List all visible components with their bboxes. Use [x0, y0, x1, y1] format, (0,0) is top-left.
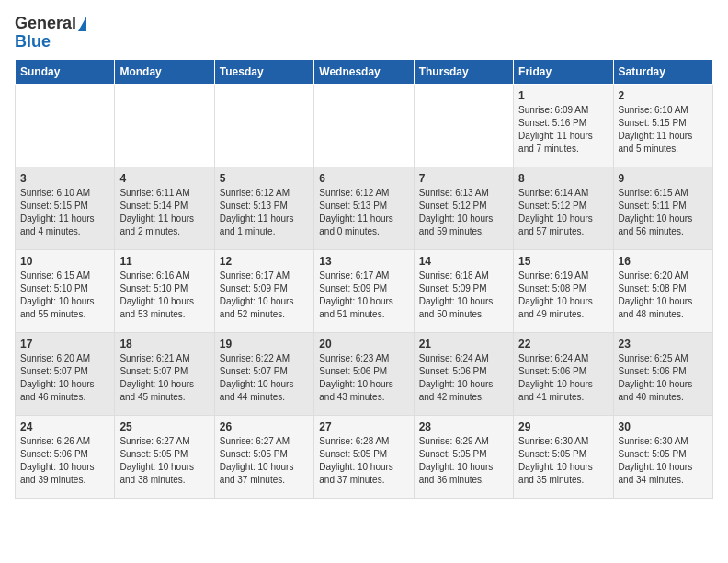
day-cell: 2Sunrise: 6:10 AMSunset: 5:15 PMDaylight… [613, 84, 712, 167]
logo: General Blue [15, 15, 87, 52]
day-cell [214, 84, 313, 167]
day-content: Sunrise: 6:10 AMSunset: 5:15 PMDaylight:… [20, 187, 109, 238]
day-content: Sunrise: 6:18 AMSunset: 5:09 PMDaylight:… [419, 270, 508, 321]
day-cell: 3Sunrise: 6:10 AMSunset: 5:15 PMDaylight… [16, 167, 115, 249]
day-content: Sunrise: 6:10 AMSunset: 5:15 PMDaylight:… [619, 104, 708, 155]
day-content: Sunrise: 6:26 AMSunset: 5:06 PMDaylight:… [20, 435, 109, 487]
day-content: Sunrise: 6:22 AMSunset: 5:07 PMDaylight:… [220, 352, 309, 404]
day-number: 26 [220, 420, 309, 433]
day-content: Sunrise: 6:30 AMSunset: 5:05 PMDaylight:… [518, 435, 608, 487]
day-content: Sunrise: 6:20 AMSunset: 5:08 PMDaylight:… [619, 270, 708, 321]
day-number: 14 [419, 255, 508, 268]
day-content: Sunrise: 6:16 AMSunset: 5:10 PMDaylight:… [119, 270, 209, 321]
day-content: Sunrise: 6:20 AMSunset: 5:07 PMDaylight:… [20, 352, 109, 404]
day-cell: 12Sunrise: 6:17 AMSunset: 5:09 PMDayligh… [214, 249, 313, 332]
day-cell: 15Sunrise: 6:19 AMSunset: 5:08 PMDayligh… [514, 249, 613, 332]
day-cell: 9Sunrise: 6:15 AMSunset: 5:11 PMDaylight… [613, 167, 712, 249]
day-number: 22 [518, 338, 608, 350]
day-content: Sunrise: 6:13 AMSunset: 5:12 PMDaylight:… [419, 187, 508, 238]
page-header: General Blue [15, 15, 713, 52]
header-day-friday: Friday [514, 59, 613, 84]
day-cell [314, 84, 414, 167]
day-number: 29 [518, 420, 608, 433]
day-content: Sunrise: 6:15 AMSunset: 5:10 PMDaylight:… [20, 270, 109, 321]
logo-blue-text: Blue [15, 32, 51, 51]
day-cell: 7Sunrise: 6:13 AMSunset: 5:12 PMDaylight… [414, 167, 513, 249]
day-cell: 30Sunrise: 6:30 AMSunset: 5:05 PMDayligh… [613, 415, 712, 498]
day-content: Sunrise: 6:24 AMSunset: 5:06 PMDaylight:… [419, 352, 508, 404]
week-row-5: 24Sunrise: 6:26 AMSunset: 5:06 PMDayligh… [16, 415, 713, 498]
day-number: 11 [119, 255, 209, 268]
day-cell: 26Sunrise: 6:27 AMSunset: 5:05 PMDayligh… [214, 415, 313, 498]
day-number: 16 [619, 255, 708, 268]
day-number: 19 [220, 338, 309, 350]
day-cell: 25Sunrise: 6:27 AMSunset: 5:05 PMDayligh… [115, 415, 214, 498]
week-row-3: 10Sunrise: 6:15 AMSunset: 5:10 PMDayligh… [16, 249, 713, 332]
day-cell: 19Sunrise: 6:22 AMSunset: 5:07 PMDayligh… [214, 332, 313, 415]
day-number: 1 [518, 89, 608, 102]
day-cell: 10Sunrise: 6:15 AMSunset: 5:10 PMDayligh… [16, 249, 115, 332]
day-number: 28 [419, 420, 508, 433]
day-number: 5 [220, 172, 309, 185]
day-number: 17 [20, 338, 109, 350]
day-cell: 16Sunrise: 6:20 AMSunset: 5:08 PMDayligh… [613, 249, 712, 332]
day-number: 2 [619, 89, 708, 102]
day-content: Sunrise: 6:25 AMSunset: 5:06 PMDaylight:… [619, 352, 708, 404]
day-number: 15 [518, 255, 608, 268]
day-content: Sunrise: 6:19 AMSunset: 5:08 PMDaylight:… [518, 270, 608, 321]
day-content: Sunrise: 6:29 AMSunset: 5:05 PMDaylight:… [419, 435, 508, 487]
header-day-tuesday: Tuesday [214, 59, 313, 84]
day-content: Sunrise: 6:21 AMSunset: 5:07 PMDaylight:… [119, 352, 209, 404]
day-cell: 14Sunrise: 6:18 AMSunset: 5:09 PMDayligh… [414, 249, 513, 332]
calendar-body: 1Sunrise: 6:09 AMSunset: 5:16 PMDaylight… [16, 84, 713, 498]
day-cell: 27Sunrise: 6:28 AMSunset: 5:05 PMDayligh… [314, 415, 414, 498]
day-number: 20 [319, 338, 408, 350]
calendar-header: SundayMondayTuesdayWednesdayThursdayFrid… [16, 59, 713, 84]
day-cell: 17Sunrise: 6:20 AMSunset: 5:07 PMDayligh… [16, 332, 115, 415]
day-cell: 11Sunrise: 6:16 AMSunset: 5:10 PMDayligh… [115, 249, 214, 332]
day-content: Sunrise: 6:24 AMSunset: 5:06 PMDaylight:… [518, 352, 608, 404]
calendar-table: SundayMondayTuesdayWednesdayThursdayFrid… [15, 59, 713, 499]
day-content: Sunrise: 6:09 AMSunset: 5:16 PMDaylight:… [518, 104, 608, 155]
header-row: SundayMondayTuesdayWednesdayThursdayFrid… [16, 59, 713, 84]
day-cell: 24Sunrise: 6:26 AMSunset: 5:06 PMDayligh… [16, 415, 115, 498]
day-number: 6 [319, 172, 408, 185]
header-day-sunday: Sunday [16, 59, 115, 84]
day-number: 12 [220, 255, 309, 268]
day-cell [414, 84, 513, 167]
day-number: 24 [20, 420, 109, 433]
day-content: Sunrise: 6:28 AMSunset: 5:05 PMDaylight:… [319, 435, 408, 487]
day-number: 13 [319, 255, 408, 268]
day-cell: 20Sunrise: 6:23 AMSunset: 5:06 PMDayligh… [314, 332, 414, 415]
day-cell [115, 84, 214, 167]
day-content: Sunrise: 6:12 AMSunset: 5:13 PMDaylight:… [220, 187, 309, 238]
day-number: 8 [518, 172, 608, 185]
day-number: 7 [419, 172, 508, 185]
header-day-wednesday: Wednesday [314, 59, 414, 84]
day-cell: 5Sunrise: 6:12 AMSunset: 5:13 PMDaylight… [214, 167, 313, 249]
day-content: Sunrise: 6:27 AMSunset: 5:05 PMDaylight:… [220, 435, 309, 487]
day-number: 21 [419, 338, 508, 350]
day-cell: 23Sunrise: 6:25 AMSunset: 5:06 PMDayligh… [613, 332, 712, 415]
day-content: Sunrise: 6:27 AMSunset: 5:05 PMDaylight:… [119, 435, 209, 487]
day-number: 23 [619, 338, 708, 350]
day-content: Sunrise: 6:14 AMSunset: 5:12 PMDaylight:… [518, 187, 608, 238]
day-content: Sunrise: 6:12 AMSunset: 5:13 PMDaylight:… [319, 187, 408, 238]
day-cell: 1Sunrise: 6:09 AMSunset: 5:16 PMDaylight… [514, 84, 613, 167]
day-cell: 22Sunrise: 6:24 AMSunset: 5:06 PMDayligh… [514, 332, 613, 415]
header-day-saturday: Saturday [613, 59, 712, 84]
day-number: 25 [119, 420, 209, 433]
day-cell: 4Sunrise: 6:11 AMSunset: 5:14 PMDaylight… [115, 167, 214, 249]
day-number: 18 [119, 338, 209, 350]
day-cell: 18Sunrise: 6:21 AMSunset: 5:07 PMDayligh… [115, 332, 214, 415]
day-content: Sunrise: 6:17 AMSunset: 5:09 PMDaylight:… [319, 270, 408, 321]
day-number: 3 [20, 172, 109, 185]
week-row-4: 17Sunrise: 6:20 AMSunset: 5:07 PMDayligh… [16, 332, 713, 415]
week-row-1: 1Sunrise: 6:09 AMSunset: 5:16 PMDaylight… [16, 84, 713, 167]
day-cell: 21Sunrise: 6:24 AMSunset: 5:06 PMDayligh… [414, 332, 513, 415]
header-day-monday: Monday [115, 59, 214, 84]
header-day-thursday: Thursday [414, 59, 513, 84]
day-content: Sunrise: 6:30 AMSunset: 5:05 PMDaylight:… [619, 435, 708, 487]
day-cell [16, 84, 115, 167]
day-cell: 8Sunrise: 6:14 AMSunset: 5:12 PMDaylight… [514, 167, 613, 249]
